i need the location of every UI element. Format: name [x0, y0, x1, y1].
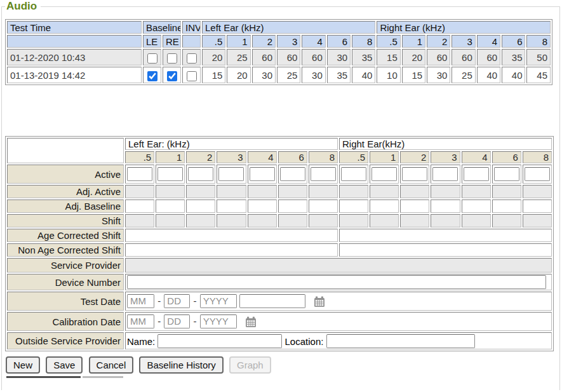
active-cell	[186, 165, 215, 184]
freq-header: 6	[492, 151, 521, 163]
active-input[interactable]	[127, 167, 152, 181]
age-corrected-shift-right-cell	[339, 229, 552, 242]
shift-cell	[156, 214, 185, 227]
active-input[interactable]	[432, 167, 458, 181]
active-cell	[370, 165, 399, 184]
service-provider-row: Service Provider	[7, 258, 552, 273]
value-cell: 45	[526, 67, 551, 83]
calibration-date-day-input[interactable]	[164, 314, 190, 328]
active-input[interactable]	[464, 167, 489, 181]
active-cell	[125, 165, 154, 184]
adj-baseline-cell	[125, 199, 154, 213]
tests-subheader-row: LE RE .5 1 2 3 4 6 8 .5 1 2 3 4 6 8	[7, 35, 551, 48]
active-input[interactable]	[402, 167, 427, 181]
value-cell: 30	[252, 67, 276, 83]
shift-cell	[248, 214, 277, 227]
freq-header: 6	[327, 35, 351, 48]
outside-location-input[interactable]	[326, 334, 475, 348]
active-input[interactable]	[157, 167, 183, 181]
save-button[interactable]: Save	[46, 356, 83, 374]
outside-name-input[interactable]	[157, 334, 282, 348]
active-cell	[248, 165, 277, 184]
value-cell: 60	[477, 49, 500, 65]
freq-header: 3	[452, 35, 475, 48]
test-date-day-input[interactable]	[164, 294, 190, 308]
baseline-re-cell	[163, 49, 181, 65]
col-inv: INV	[182, 21, 201, 34]
active-input[interactable]	[218, 167, 244, 181]
baseline-history-button[interactable]: Baseline History	[139, 356, 223, 374]
calibration-date-month-input[interactable]	[127, 314, 154, 328]
device-number-input[interactable]	[127, 275, 546, 289]
adj-active-cell	[370, 185, 399, 198]
adj-active-cell	[278, 185, 307, 198]
shift-cell	[400, 214, 429, 227]
active-cell	[309, 165, 338, 184]
value-cell: 25	[277, 67, 300, 83]
active-input[interactable]	[280, 167, 305, 181]
adj-active-cell	[125, 185, 154, 198]
shift-cell	[492, 214, 521, 227]
value-cell: 35	[327, 67, 351, 83]
freq-header: 4	[302, 35, 325, 48]
adj-active-cell	[309, 185, 338, 198]
row-label-service-provider: Service Provider	[7, 258, 124, 273]
value-cell: 40	[352, 67, 375, 83]
value-cell: 10	[377, 67, 400, 83]
age-corrected-shift-row: Age Corrected Shift	[7, 229, 552, 242]
date-separator: -	[194, 316, 197, 327]
adj-baseline-cell	[278, 199, 307, 213]
test-date-time-input[interactable]	[239, 294, 305, 308]
test-row[interactable]: 01-13-2019 14:42 15 20 30 25 30 35 40 10…	[7, 67, 551, 83]
col-re: RE	[163, 35, 181, 48]
row-label-active: Active	[7, 165, 124, 184]
empty-corner-cell	[7, 138, 124, 163]
active-input[interactable]	[525, 167, 550, 181]
baseline-re-checkbox[interactable]	[167, 71, 177, 81]
inv-checkbox[interactable]	[187, 71, 197, 81]
test-row[interactable]: 01-12-2020 10:43 20 25 60 60 60 30 35 15…	[7, 49, 551, 65]
age-corrected-shift-left-cell	[125, 229, 338, 242]
active-input[interactable]	[188, 167, 213, 181]
cancel-button[interactable]: Cancel	[89, 356, 134, 374]
empty-header-cell	[7, 35, 142, 48]
calibration-date-year-input[interactable]	[200, 314, 237, 328]
calendar-icon[interactable]	[244, 316, 257, 328]
test-date-year-input[interactable]	[200, 294, 237, 308]
active-input[interactable]	[311, 167, 336, 181]
baseline-le-checkbox[interactable]	[147, 71, 157, 81]
baseline-le-checkbox[interactable]	[147, 53, 157, 64]
inv-checkbox[interactable]	[187, 53, 197, 64]
adj-baseline-cell	[492, 199, 521, 213]
left-ear-header: Left Ear: (kHz)	[125, 138, 338, 150]
active-input[interactable]	[341, 167, 366, 181]
value-cell: 15	[377, 49, 400, 65]
freq-header: 8	[352, 35, 375, 48]
shift-row: Shift	[7, 214, 552, 227]
value-cell: 60	[252, 49, 276, 65]
audio-entry-form: Left Ear: (kHz) Right Ear(kHz) .5 1 2 3 …	[5, 136, 554, 351]
active-input[interactable]	[371, 167, 397, 181]
value-cell: 30	[427, 67, 450, 83]
freq-header: 2	[186, 151, 215, 163]
adj-active-row: Adj. Active	[7, 185, 552, 198]
freq-header: 3	[431, 151, 460, 163]
calendar-icon[interactable]	[313, 295, 326, 308]
col-right-ear: Right Ear (kHz)	[377, 21, 551, 34]
active-input[interactable]	[250, 167, 275, 181]
calibration-date-cell: - -	[125, 312, 552, 331]
non-age-corrected-shift-left-cell	[125, 243, 338, 257]
outside-service-provider-row: Outside Service Provider Name: Location:	[7, 332, 552, 349]
test-date-month-input[interactable]	[127, 294, 154, 308]
row-label-non-age-corrected-shift: Non Age Corrected Shift	[7, 243, 124, 257]
device-number-cell	[125, 274, 552, 290]
row-label-adj-baseline: Adj. Baseline	[7, 199, 124, 213]
adj-baseline-cell	[462, 199, 491, 213]
active-input[interactable]	[494, 167, 519, 181]
non-age-corrected-shift-row: Non Age Corrected Shift	[7, 243, 552, 257]
new-button[interactable]: New	[6, 356, 40, 374]
baseline-re-checkbox[interactable]	[167, 53, 177, 64]
calibration-date-row: Calibration Date - -	[7, 312, 552, 331]
adj-baseline-cell	[186, 199, 215, 213]
value-cell: 15	[402, 67, 425, 83]
